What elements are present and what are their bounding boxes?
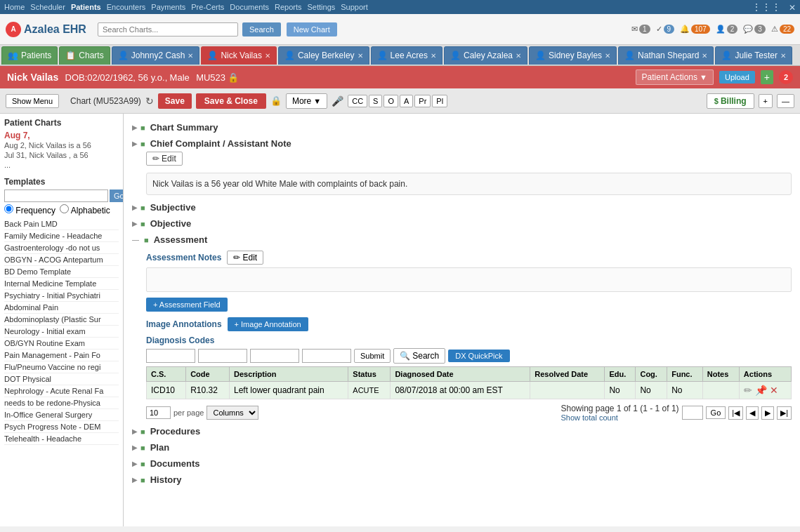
envelope-icon-badge[interactable]: ✉ 1 (631, 25, 650, 34)
nav-home[interactable]: Home (4, 3, 25, 11)
nav-encounters[interactable]: Encounters (107, 3, 146, 11)
nav-patients[interactable]: Patients (71, 3, 101, 11)
alert-icon-badge[interactable]: ⚠ 22 (771, 25, 794, 34)
assessment-section[interactable]: — ■ Assessment (132, 232, 792, 248)
list-item[interactable]: Nephrology - Acute Renal Fa (4, 385, 119, 397)
delete-dx-icon[interactable]: ✕ (770, 385, 778, 396)
alphabetic-radio[interactable] (60, 204, 69, 213)
alphabetic-radio-label[interactable]: Alphabetic (60, 204, 110, 215)
tab-sidney-bayles[interactable]: 👤 Sidney Bayles ✕ (529, 46, 617, 65)
dx-input-2[interactable] (198, 349, 247, 363)
caley-b-tab-close[interactable]: ✕ (358, 52, 363, 60)
prev-page-button[interactable]: ◀ (746, 406, 759, 420)
plan-section[interactable]: ▶ ■ Plan (132, 439, 792, 455)
list-item[interactable]: OBGYN - ACOG Antepartum (4, 254, 119, 266)
lock-icon[interactable]: 🔒 (228, 72, 239, 83)
list-item[interactable]: Abdominal Pain (4, 302, 119, 314)
cc-button[interactable]: CC (348, 95, 367, 107)
template-go-button[interactable]: Go (110, 189, 124, 202)
patient-actions-button[interactable]: Patient Actions ▼ (636, 69, 714, 85)
list-item[interactable]: needs to be redone-Physica (4, 397, 119, 409)
microphone-icon[interactable]: 🎤 (332, 95, 343, 107)
nav-reports[interactable]: Reports (275, 3, 302, 11)
list-item[interactable]: Psychiatry - Initial Psychiatri (4, 290, 119, 302)
nav-scheduler[interactable]: Scheduler (30, 3, 65, 11)
tab-caley-berkeley[interactable]: 👤 Caley Berkeley ✕ (278, 46, 369, 65)
list-item[interactable]: Back Pain LMD (4, 218, 119, 230)
refresh-button[interactable]: ↻ (145, 95, 154, 107)
assessment-field-button[interactable]: + Assessment Field (146, 298, 228, 312)
collapse-button[interactable]: — (777, 94, 794, 108)
sidebar-entry-1[interactable]: Aug 2, Nick Vailas is a 56 (4, 140, 119, 150)
expand-button[interactable]: + (759, 94, 773, 108)
search-button[interactable]: Search (242, 22, 281, 36)
subjective-section[interactable]: ▶ ■ Subjective (132, 199, 792, 215)
tab-nathan-shepard[interactable]: 👤 Nathan Shepard ✕ (618, 46, 714, 65)
history-section[interactable]: ▶ ■ History (132, 472, 792, 488)
a-button[interactable]: A (400, 95, 413, 107)
list-item[interactable]: Family Medicine - Headache (4, 230, 119, 242)
list-item[interactable]: Neurology - Initial exam (4, 326, 119, 338)
list-item[interactable]: Flu/Pneumo Vaccine no regi (4, 361, 119, 373)
frequency-radio-label[interactable]: Frequency (4, 204, 55, 215)
list-item[interactable]: BD Demo Template (4, 266, 119, 278)
s-button[interactable]: S (369, 95, 382, 107)
billing-button[interactable]: $ Billing (707, 93, 754, 109)
nav-documents[interactable]: Documents (230, 3, 269, 11)
list-item[interactable]: DOT Physical (4, 373, 119, 385)
chief-complaint-section[interactable]: ▶ ■ Chief Complaint / Assistant Note (132, 135, 792, 152)
close-icon[interactable]: ✕ (789, 3, 796, 13)
tab-charts[interactable]: 📋 Charts (59, 46, 110, 65)
dx-submit-button[interactable]: Submit (354, 349, 391, 363)
o-button[interactable]: O (383, 95, 398, 107)
edit-dx-icon[interactable]: ✏ (744, 385, 752, 396)
dx-quickpick-button[interactable]: DX QuickPick (448, 350, 509, 362)
tab-nick-vailas[interactable]: 👤 Nick Vailas ✕ (201, 46, 276, 65)
pr-button[interactable]: Pr (414, 95, 431, 107)
nav-pre-certs[interactable]: Pre-Certs (191, 3, 224, 11)
show-menu-button[interactable]: Show Menu (6, 94, 59, 108)
tab-julie-tester[interactable]: 👤 Julie Tester ✕ (715, 46, 792, 65)
nathan-tab-close[interactable]: ✕ (702, 52, 707, 60)
frequency-radio[interactable] (4, 204, 13, 213)
chart-summary-section[interactable]: ▶ ■ Chart Summary (132, 119, 792, 135)
list-item[interactable]: OB/GYN Routine Exam (4, 338, 119, 350)
save-button[interactable]: Save (158, 93, 192, 109)
procedures-section[interactable]: ▶ ■ Procedures (132, 423, 792, 439)
lee-tab-close[interactable]: ✕ (431, 52, 436, 60)
list-item[interactable]: Abdominoplasty (Plastic Sur (4, 314, 119, 326)
page-number-input[interactable] (682, 406, 703, 420)
save-close-button[interactable]: Save & Close (196, 93, 266, 109)
nav-payments[interactable]: Payments (151, 3, 185, 11)
pin-icon[interactable]: 📌 (755, 385, 767, 396)
notification-icon-badge[interactable]: 🔔 107 (680, 25, 710, 34)
list-item[interactable]: Psych Progress Note - DEM (4, 421, 119, 433)
list-item[interactable]: Telehealth - Headache (4, 433, 119, 445)
upload-button[interactable]: Upload (719, 71, 755, 84)
caley-a-tab-close[interactable]: ✕ (516, 52, 521, 60)
first-page-button[interactable]: |◀ (728, 406, 743, 420)
list-item[interactable]: Gastroenterology -do not us (4, 242, 119, 254)
per-page-input[interactable] (146, 406, 171, 419)
nav-support[interactable]: Support (341, 3, 368, 11)
chief-complaint-edit-button[interactable]: ✏ Edit (146, 152, 183, 166)
tab-patients[interactable]: 👥 Patients (1, 46, 58, 65)
dx-search-button[interactable]: 🔍 Search (393, 348, 445, 364)
tab-caley-azalea[interactable]: 👤 Caley Azalea ✕ (444, 46, 527, 65)
list-item[interactable]: Internal Medicine Template (4, 278, 119, 290)
image-annotation-button[interactable]: + Image Annotation (228, 317, 308, 331)
johnny-tab-close[interactable]: ✕ (188, 52, 193, 60)
search-charts-input[interactable] (98, 22, 238, 36)
dx-input-1[interactable] (146, 349, 195, 363)
last-page-button[interactable]: ▶| (777, 406, 792, 420)
list-item[interactable]: In-Office General Surgery (4, 409, 119, 421)
julie-tab-close[interactable]: ✕ (780, 52, 786, 60)
more-button[interactable]: More ▼ (286, 93, 327, 109)
assessment-notes-edit-button[interactable]: ✏ Edit (227, 251, 263, 265)
user-icon-badge[interactable]: 👤 2 (716, 25, 738, 34)
template-search-input[interactable] (4, 189, 108, 202)
show-total-count[interactable]: Show total count (560, 413, 617, 422)
sidebar-date[interactable]: Aug 7, (4, 131, 119, 140)
task-icon-badge[interactable]: ✓ 9 (656, 25, 675, 34)
tab-johnny2-cash[interactable]: 👤 Johnny2 Cash ✕ (112, 46, 200, 65)
